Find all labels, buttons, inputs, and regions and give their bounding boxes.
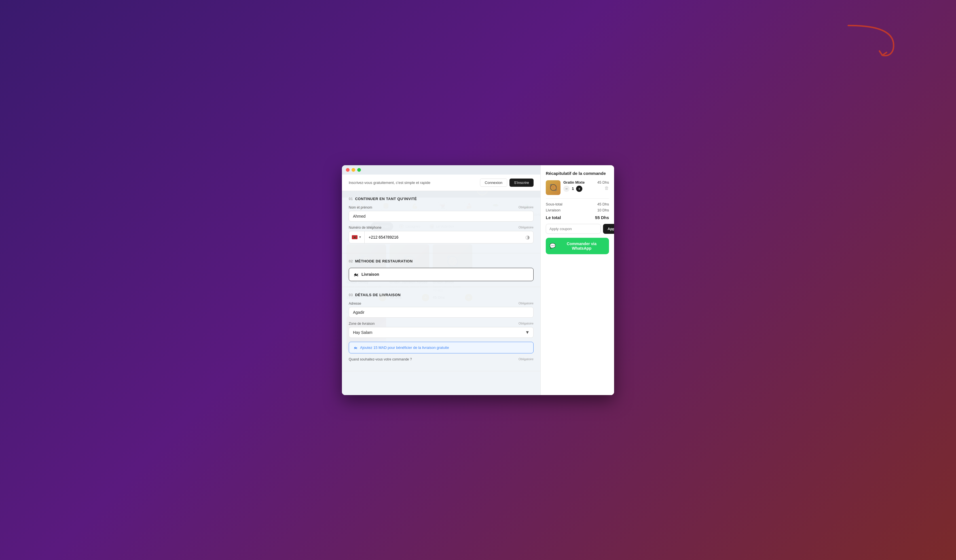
whatsapp-icon: 💬 [549,243,556,249]
step03-num: 03 [349,293,353,297]
whatsapp-label: Commander via WhatsApp [558,242,605,251]
phone-required: Obligatoire [519,226,533,229]
free-delivery-notice: 🏍 Ajoutez 15 MAD pour bénéficier de la l… [349,342,533,353]
adresse-label: Adresse [349,301,361,306]
adresse-required: Obligatoire [519,301,533,306]
coupon-wrap: Appliquer [546,224,609,234]
phone-form-group: Numéro de téléphone Obligatoire ▼ ◑ [349,226,533,243]
nom-input[interactable] [349,220,533,222]
delivery-option-livraison[interactable]: 🏍 Livraison [349,268,533,281]
mac-window: Livraison gratuite* Never hungry ⊙ Conne… [342,165,614,395]
when-label: Quand souhaitez-vous votre commande ? [349,358,412,361]
form-step-01: 01 CONTINUER EN TANT QU'INVITÉ Nom et pr… [342,220,540,253]
phone-spinner-icon: ◑ [522,234,533,240]
total-row: Le total 55 Dhs [546,220,609,220]
checkout-form-panel: Inscrivez-vous gratuitement, c'est simpl… [342,220,540,395]
step02-title: MÉTHODE DE RESTAURATION [355,259,412,263]
total-value: 55 Dhs [595,220,609,220]
when-label-row: Quand souhaitez-vous votre commande ? Ob… [349,358,533,361]
zone-label: Zone de livraison [349,322,374,326]
phone-input[interactable] [365,232,522,242]
appliquer-button[interactable]: Appliquer [603,224,614,234]
order-summary-panel: Récapitulatif de la commande 🥘 Gratin Mi… [540,220,614,395]
phone-chevron-icon: ▼ [358,235,362,238]
step02-num: 02 [349,259,353,263]
checkout-modal: Inscrivez-vous gratuitement, c'est simpl… [342,220,614,395]
when-form-group: Quand souhaitez-vous votre commande ? Ob… [349,358,533,361]
coupon-input[interactable] [546,224,601,234]
phone-label: Numéro de téléphone [349,226,381,229]
zone-select[interactable]: Hay Salam Centre Ville Tilila Dcheira [349,327,533,338]
free-delivery-text: Ajoutez 15 MAD pour bénéficier de la liv… [360,345,449,350]
phone-label-row: Numéro de téléphone Obligatoire [349,226,533,229]
whatsapp-order-button[interactable]: 💬 Commander via WhatsApp [546,238,609,254]
zone-form-group: Zone de livraison Obligatoire Hay Salam … [349,322,533,338]
zone-required: Obligatoire [519,322,533,326]
nom-form-group: Nom et prénom Obligatoire [349,220,533,222]
when-required: Obligatoire [519,358,533,361]
delivery-truck-icon: 🏍 [354,271,358,278]
zone-select-wrap: Hay Salam Centre Ville Tilila Dcheira ▼ [349,327,533,338]
adresse-label-row: Adresse Obligatoire [349,301,533,306]
delivery-option-text: Livraison [362,272,379,277]
adresse-form-group: Adresse Obligatoire [349,301,533,318]
delivery-notice-icon: 🏍 [354,345,357,350]
step02-header: 02 MÉTHODE DE RESTAURATION [349,259,533,263]
adresse-input[interactable] [349,307,533,318]
main-content: 🍝 Pasta 🥘 Gratin 🍝 Lasagnes 📦 La vista b… [342,220,614,395]
phone-input-wrap: ▼ ◑ [349,231,533,243]
arrow-decoration [843,23,899,56]
form-step-03: 03 DÉTAILS DE LIVRAISON Adresse Obligato… [342,287,540,371]
step03-header: 03 DÉTAILS DE LIVRAISON [349,293,533,297]
zone-label-row: Zone de livraison Obligatoire [349,322,533,326]
total-label: Le total [546,220,561,220]
step03-title: DÉTAILS DE LIVRAISON [355,293,401,297]
phone-flag-dropdown[interactable]: ▼ [349,231,365,243]
flag-morocco [352,235,357,239]
form-step-02: 02 MÉTHODE DE RESTAURATION 🏍 Livraison [342,253,540,287]
